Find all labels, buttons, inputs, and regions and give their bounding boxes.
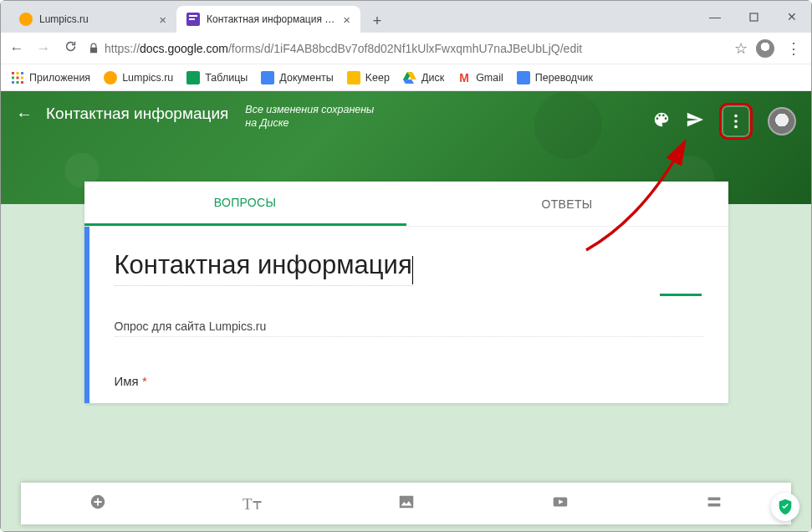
send-button[interactable] [686,110,704,132]
sheets-icon [186,71,200,84]
svg-rect-8 [17,81,19,84]
bookmark-label: Gmail [476,72,503,84]
browser-tab-strip: Lumpics.ru × Контактная информация - Goo… [1,1,811,33]
add-image-button[interactable] [397,493,416,514]
tab-label: Lumpics.ru [39,13,89,25]
bookmark-item[interactable]: Переводчик [517,71,593,84]
forward-button[interactable]: → [34,40,53,57]
add-circle-icon [89,493,107,511]
drive-icon [403,71,416,84]
more-vert-icon [727,112,745,130]
window-controls: — ✕ [696,1,811,33]
favicon-forms [186,13,200,26]
adguard-badge[interactable] [771,493,799,521]
section-icon [705,493,723,511]
more-menu-button[interactable] [723,109,748,134]
svg-rect-14 [400,496,414,509]
svg-rect-0 [750,13,758,21]
app-viewport: ← Контактная информация Все изменения со… [1,91,811,531]
browser-tab-lumpics[interactable]: Lumpics.ru × [9,6,176,33]
keep-icon [347,71,360,84]
bookmark-label: Keep [365,72,390,84]
apps-label: Приложения [29,72,90,84]
url-host: docs.google.com [140,42,228,55]
form-tabs: ВОПРОСЫ ОТВЕТЫ [84,182,728,227]
new-tab-button[interactable]: + [365,9,389,33]
close-button[interactable]: ✕ [773,1,811,33]
url-box[interactable]: https://docs.google.com/forms/d/1iF4AB8b… [88,42,726,55]
bookmark-label: Диск [421,72,444,84]
bookmark-label: Таблицы [205,72,248,84]
form-title-input[interactable]: Контактная информация [115,250,412,286]
question-text: Имя [115,374,139,388]
url-path: /forms/d/1iF4AB8bcdBv7of8d02Nf1kUlxFwxqm… [228,42,582,55]
browser-tab-forms[interactable]: Контактная информация - Goo… × [176,6,360,33]
add-video-button[interactable] [551,493,569,514]
url-scheme: https:// [105,42,140,55]
save-status-line2: на Диске [245,117,289,129]
reload-icon [64,39,78,54]
svg-rect-5 [17,76,19,79]
close-tab-icon[interactable]: × [343,13,350,27]
add-title-button[interactable]: Tᴛ [243,494,262,514]
svg-rect-9 [21,81,23,84]
svg-rect-1 [12,72,14,74]
docs-icon [261,71,274,84]
bookmark-item[interactable]: Keep [347,71,390,84]
theme-button[interactable] [652,110,671,132]
bookmark-star-icon[interactable]: ☆ [734,39,748,58]
chrome-menu-icon[interactable]: ⋮ [783,39,804,58]
image-icon [397,493,416,511]
tab-questions[interactable]: ВОПРОСЫ [84,182,406,226]
bookmark-item[interactable]: Документы [261,71,333,84]
maximize-button[interactable] [734,1,773,33]
back-button[interactable]: ← [8,40,26,57]
close-tab-icon[interactable]: × [159,13,166,27]
question-toolbar: Tᴛ [21,483,791,524]
apps-button[interactable]: Приложения [11,71,90,84]
shield-check-icon [776,498,794,516]
more-menu-highlight [719,103,753,140]
bookmark-label: Lumpics.ru [122,72,173,84]
apps-grid-icon [11,71,24,84]
bookmark-item[interactable]: Таблицы [186,71,248,84]
tab-responses[interactable]: ОТВЕТЫ [406,182,728,226]
forms-back-button[interactable]: ← [16,105,33,124]
bookmark-item[interactable]: Диск [403,71,444,84]
send-icon [686,110,704,129]
bookmark-label: Переводчик [535,72,593,84]
svg-rect-6 [21,76,23,79]
svg-point-11 [734,120,738,123]
accent-underline [660,294,702,296]
bookmark-icon [104,71,117,84]
reload-button[interactable] [61,39,79,58]
svg-point-10 [734,115,738,118]
bookmark-item[interactable]: MGmail [457,71,503,84]
tab-label: Контактная информация - Goo… [207,13,336,25]
palette-icon [652,110,671,129]
bookmarks-bar: Приложения Lumpics.ru Таблицы Документы … [1,64,811,91]
form-description-input[interactable]: Опрос для сайта Lumpics.ru [115,320,703,337]
svg-point-12 [734,125,738,129]
bookmark-item[interactable]: Lumpics.ru [104,71,173,84]
video-icon [551,493,569,511]
gmail-icon: M [457,71,471,84]
add-section-button[interactable] [705,493,723,514]
add-question-button[interactable] [89,493,107,514]
question-1-label: Имя * [115,374,703,388]
minimize-button[interactable]: — [696,1,734,33]
account-avatar[interactable] [768,107,796,136]
text-cursor [412,256,413,284]
lock-icon [88,43,100,54]
bookmark-label: Документы [279,72,333,84]
translate-icon [517,71,530,84]
save-status: Все изменения сохранены на Диске [245,103,374,130]
save-status-line1: Все изменения сохранены [245,104,374,115]
svg-rect-17 [708,504,721,507]
profile-avatar-small[interactable] [756,39,774,58]
svg-rect-3 [21,72,23,74]
forms-title[interactable]: Контактная информация [46,105,228,123]
form-title-card[interactable]: Контактная информация Опрос для сайта Lu… [84,227,728,403]
address-bar: ← → https://docs.google.com/forms/d/1iF4… [1,33,811,64]
svg-rect-7 [12,81,14,84]
